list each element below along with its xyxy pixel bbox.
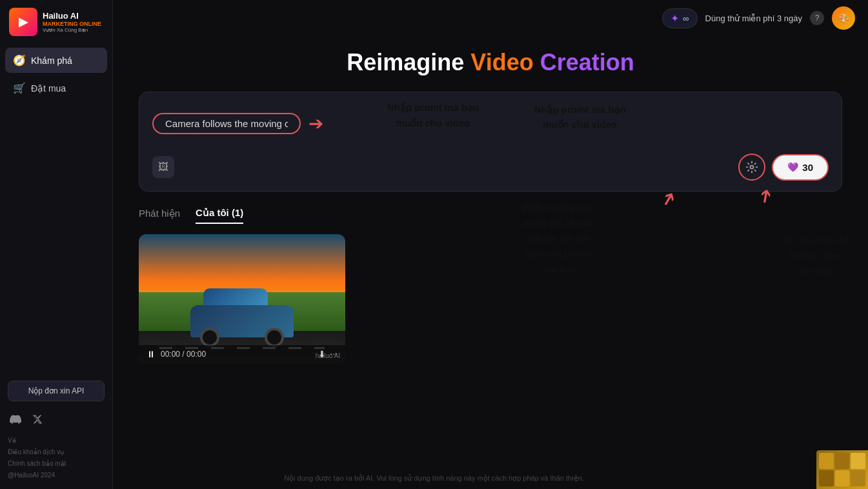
annotation-arrow-right: ➔ <box>308 113 323 134</box>
svg-point-0 <box>751 166 754 169</box>
twitter-icon[interactable] <box>30 412 45 427</box>
api-button[interactable]: Nộp đơn xin API <box>8 381 105 401</box>
video-grid: ⏸ 00:00 / 00:00 ⬇ ⋯ hailuo AI <box>139 234 842 363</box>
title-reimagine: Reimagine <box>347 49 470 75</box>
sidebar-item-purchase[interactable]: 🛒 Đặt mua <box>5 75 107 101</box>
footer-link-copyright: @HailuoAI 2024 <box>8 470 105 481</box>
content-area: Reimagine Video Creation ➔ Nhập promt mà… <box>113 36 868 489</box>
help-icon[interactable]: ? <box>810 11 824 25</box>
car-wheel-right <box>265 328 284 347</box>
social-icons <box>8 412 105 427</box>
prompt-input[interactable] <box>165 118 288 129</box>
explore-icon: 🧭 <box>13 54 26 66</box>
page-title: Reimagine Video Creation <box>139 36 842 92</box>
prompt-actions: 💜 30 <box>738 154 829 181</box>
topbar: ✦ ∞ Dùng thử miễn phí 3 ngày ? 🎨 <box>113 0 868 36</box>
logo-main-text: Hailuo AI <box>43 11 101 21</box>
infinity-icon: ✦ <box>671 12 679 25</box>
infinity-label: ∞ <box>683 14 689 23</box>
car-body <box>190 305 294 337</box>
avatar[interactable]: 🎨 <box>832 6 855 30</box>
sidebar-item-explore[interactable]: 🧭 Khám phá <box>5 48 107 73</box>
footer-link-about[interactable]: Về <box>8 435 105 446</box>
discord-icon[interactable] <box>8 412 23 427</box>
ai-enhance-button[interactable] <box>738 154 765 181</box>
play-pause-button[interactable]: ⏸ <box>146 349 156 359</box>
video-thumbnail <box>139 234 345 363</box>
main-content: ✦ ∞ Dùng thử miễn phí 3 ngày ? 🎨 Reimagi… <box>113 0 868 489</box>
tabs-row: Phát hiện Của tôi (1) <box>139 207 842 224</box>
title-video: Video <box>470 49 540 75</box>
prompt-bottom-row: 🖼 💜 30 <box>152 154 829 181</box>
car-shape <box>190 305 294 337</box>
sidebar-item-label-explore: Khám phá <box>31 55 72 66</box>
logo-tagline: Vươn Xa Cùng Bạn <box>43 27 101 33</box>
annotation-prompt-text: Nhập promt mà bạn muốn cho video <box>534 103 625 132</box>
sidebar-item-label-purchase: Đặt mua <box>31 83 66 94</box>
logo-icon: ▶ <box>9 8 37 36</box>
prompt-area: ➔ Nhập promt mà bạn muốn cho video 🖼 � <box>139 92 842 192</box>
footer-link-terms[interactable]: Điều khoản dịch vụ <box>8 446 105 458</box>
purchase-icon: 🛒 <box>13 82 26 94</box>
prompt-circle-highlight <box>152 113 301 134</box>
free-trial-text: Dùng thử miễn phí 3 ngày <box>705 14 802 23</box>
footer-link-privacy[interactable]: Chính sách bảo mật <box>8 458 105 470</box>
video-controls: ⏸ 00:00 / 00:00 ⬇ ⋯ <box>139 345 345 363</box>
footer-links: Về Điều khoản dịch vụ Chính sách bảo mật… <box>8 435 105 481</box>
car-top <box>203 288 268 306</box>
time-display: 00:00 / 00:00 <box>161 350 206 359</box>
car-wheel-left <box>200 328 219 347</box>
title-creation: Creation <box>540 49 634 75</box>
gem-icon: 💜 <box>787 162 798 172</box>
sidebar-nav: 🧭 Khám phá 🛒 Đặt mua <box>0 48 112 103</box>
image-upload-button[interactable]: 🖼 <box>152 156 174 178</box>
logo-area: ▶ Hailuo AI MARKETING ONLINE Vươn Xa Cùn… <box>0 0 112 43</box>
logo-sub-text: MARKETING ONLINE <box>43 21 101 27</box>
infinity-badge: ✦ ∞ <box>662 8 697 28</box>
watermark: hailuo AI <box>316 352 340 359</box>
tab-discover[interactable]: Phát hiện <box>139 208 180 223</box>
prompt-input-row: ➔ Nhập promt mà bạn muốn cho video <box>152 103 829 145</box>
logo-text-area: Hailuo AI MARKETING ONLINE Vươn Xa Cùng … <box>43 11 101 33</box>
video-card: ⏸ 00:00 / 00:00 ⬇ ⋯ hailuo AI <box>139 234 345 363</box>
tab-mine[interactable]: Của tôi (1) <box>196 207 243 224</box>
sidebar-bottom: Nộp đơn xin API Về Điều khoản dịch vụ Ch… <box>0 373 112 489</box>
sidebar: ▶ Hailuo AI MARKETING ONLINE Vươn Xa Cùn… <box>0 0 113 489</box>
generate-button[interactable]: 💜 30 <box>772 154 829 181</box>
generate-cost: 30 <box>802 162 813 173</box>
